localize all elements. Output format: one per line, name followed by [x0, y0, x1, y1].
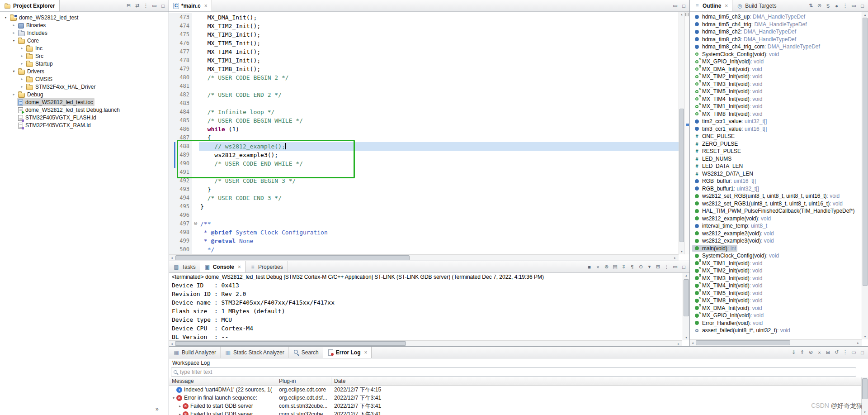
outline-item[interactable]: hdma_tim5_ch4_trig : DMA_HandleTypeDef — [690, 21, 862, 29]
outline-item[interactable]: hdma_tim5_ch3_up : DMA_HandleTypeDef — [690, 13, 862, 21]
expand-arrow-icon[interactable]: ▸ — [177, 412, 183, 415]
outline-item[interactable]: #ONE_PULSE — [690, 133, 862, 140]
log-row[interactable]: ▾×Error in final launch sequence:org.ecl… — [169, 394, 861, 402]
tree-item-inc[interactable]: ▸Inc — [0, 44, 169, 52]
scrollbar-thumb[interactable] — [684, 279, 689, 316]
hide-static-members-icon[interactable]: S — [824, 2, 832, 10]
line-number[interactable]: 496 — [175, 211, 192, 219]
tree-item-includes[interactable]: ▸Includes — [0, 29, 169, 37]
outline-item[interactable]: ws2812_example(void) : void — [690, 215, 862, 223]
outline-item[interactable]: SMX_DMA_Init(void) : void — [690, 66, 862, 73]
outline-item[interactable]: assert_failed(uint8_t*, uint32_t) : void — [690, 327, 862, 334]
line-number[interactable]: 484 — [175, 108, 192, 116]
outline-item[interactable]: SystemClock_Config(void) : void — [690, 51, 862, 58]
tab-outline[interactable]: ≡Outline× — [690, 0, 732, 11]
outline-item[interactable]: SMX_GPIO_Init(void) : void — [690, 312, 862, 320]
outline-item[interactable]: SMX_TIM8_Init(void) : void — [690, 110, 862, 118]
scroll-left-icon[interactable]: ◂ — [169, 255, 175, 261]
tab-main-c[interactable]: C *main.c × — [169, 0, 212, 11]
collapse-arrow-icon[interactable]: ▾ — [171, 396, 176, 400]
display-selected-console-icon[interactable]: ▾ — [646, 263, 653, 271]
tab-project-explorer[interactable]: Project Explorer — [0, 0, 60, 11]
outline-item[interactable]: ws2812_example3(void) : void — [690, 237, 862, 245]
expand-arrow-icon[interactable]: ▸ — [11, 31, 17, 35]
close-icon[interactable]: × — [364, 349, 367, 356]
outline-item[interactable]: hdma_tim8_ch3 : DMA_HandleTypeDef — [690, 36, 862, 43]
outline-item[interactable]: Error_Handler(void) : void — [690, 320, 862, 327]
outline-item[interactable]: hdma_tim8_ch4_trig_com : DMA_HandleTypeD… — [690, 43, 862, 51]
code-text[interactable]: ws2812_example3(); — [199, 151, 679, 159]
outline-item[interactable]: SMX_TIM8_Init(void) : void — [690, 297, 862, 305]
tree-item-dome-ws2812-led-test-ioc[interactable]: dome_WS2812_led_test.ioc — [0, 98, 169, 106]
open-console-icon[interactable]: ⊞ — [654, 263, 662, 271]
log-filter-input[interactable] — [180, 369, 856, 375]
code-text[interactable]: /* USER CODE BEGIN 2 */ — [199, 73, 679, 82]
outline-item[interactable]: #ZERO_PULSE — [690, 140, 862, 148]
expand-arrow-icon[interactable]: ▸ — [19, 62, 25, 66]
line-number[interactable]: 480 — [175, 73, 192, 82]
pin-console-icon[interactable]: ⊙ — [637, 263, 645, 271]
open-log-icon[interactable]: ⊞ — [824, 348, 832, 356]
clear-console-icon[interactable]: ▤ — [611, 263, 619, 271]
line-number[interactable]: 487 — [175, 134, 192, 142]
outline-item[interactable]: main(void) : int — [690, 245, 862, 253]
line-number[interactable]: 483 — [175, 99, 192, 108]
line-number[interactable]: 493 — [175, 185, 192, 194]
expand-arrow-icon[interactable]: ▸ — [19, 54, 25, 58]
code-text[interactable] — [199, 82, 679, 91]
line-number[interactable]: 498 — [175, 228, 192, 237]
scroll-down-icon[interactable]: ▾ — [862, 410, 868, 415]
scroll-up-icon[interactable]: ▴ — [683, 273, 689, 278]
expand-arrow-icon[interactable]: ▸ — [11, 23, 17, 27]
outline-item[interactable]: SMX_TIM2_Init(void) : void — [690, 267, 862, 275]
maximize-icon[interactable]: □ — [680, 2, 688, 10]
remove-launch-icon[interactable]: × — [594, 263, 602, 271]
line-number[interactable]: 476 — [175, 39, 192, 48]
sort-icon[interactable]: ⇅ — [807, 2, 815, 10]
code-text[interactable]: /* USER CODE END 3 */ — [199, 194, 679, 202]
tree-item-binaries[interactable]: ▸Binaries — [0, 21, 169, 29]
outline-item[interactable]: SMX_TIM1_Init(void) : void — [690, 260, 862, 267]
editor-vertical-scrollbar[interactable]: ▴ ▾ — [679, 12, 684, 254]
code-text[interactable]: } — [199, 185, 679, 194]
outline-item[interactable]: tim2_ccr1_value : uint32_t[] — [690, 118, 862, 125]
scrollbar-thumb[interactable] — [679, 109, 684, 242]
code-text[interactable]: while (1) — [199, 125, 679, 134]
tree-item-cmsis[interactable]: ▸CMSIS — [0, 75, 169, 83]
maximize-icon[interactable]: □ — [680, 263, 688, 271]
tree-item-startup[interactable]: ▸Startup — [0, 60, 169, 67]
outline-item[interactable]: SMX_TIM1_Init(void) : void — [690, 103, 862, 110]
tree-item-stm32f4xx-hal-driver[interactable]: ▸STM32F4xx_HAL_Driver — [0, 83, 169, 91]
fold-collapse-icon[interactable]: ⊖ — [192, 219, 199, 228]
line-number[interactable]: 473 — [175, 13, 192, 22]
scroll-up-icon[interactable]: ▴ — [862, 12, 868, 18]
line-number[interactable]: 475 — [175, 30, 192, 39]
tree-item-debug[interactable]: ▸Debug — [0, 91, 169, 98]
collapse-arrow-icon[interactable]: ▾ — [11, 38, 17, 43]
outline-item[interactable]: SMX_TIM3_Init(void) : void — [690, 275, 862, 282]
code-text[interactable]: /* USER CODE BEGIN WHILE */ — [199, 116, 679, 125]
outline-item[interactable]: ws2812_example2(void) : void — [690, 230, 862, 238]
hide-fields-icon[interactable]: ⊘ — [816, 2, 823, 10]
tab-tasks[interactable]: ▤Tasks — [169, 261, 200, 272]
code-text[interactable] — [199, 168, 679, 176]
close-icon[interactable]: × — [204, 3, 208, 9]
scrollbar-thumb[interactable] — [175, 255, 410, 260]
outline-item[interactable]: SMX_DMA_Init(void) : void — [690, 305, 862, 312]
log-row[interactable]: ▸×Failed to start GDB servercom.st.stm32… — [169, 410, 861, 415]
code-text[interactable]: */ — [199, 245, 679, 254]
collapse-arrow-icon[interactable]: ▾ — [3, 15, 9, 19]
expand-arrow-icon[interactable]: ▸ — [11, 92, 17, 96]
scroll-right-icon[interactable]: ▸ — [676, 341, 681, 346]
code-text[interactable] — [199, 211, 679, 219]
tab-static-stack-analyzer[interactable]: ▥Static Stack Analyzer — [221, 347, 289, 358]
outline-item[interactable]: tim3_ccr1_value : uint16_t[] — [690, 125, 862, 133]
code-text[interactable]: // ws2812_example(); — [199, 142, 679, 151]
view-menu-icon[interactable]: ⋮ — [841, 348, 849, 356]
tree-item-core[interactable]: ▾Core — [0, 37, 169, 44]
line-number[interactable]: 495 — [175, 202, 192, 211]
outline-item[interactable]: HAL_TIM_PWM_PulseFinishedCallback(TIM_Ha… — [690, 207, 862, 215]
code-text[interactable]: * @brief System Clock Configuration — [199, 228, 679, 237]
tree-item-dome-ws2812-led-test[interactable]: ▾dome_WS2812_led_test — [0, 14, 169, 21]
scroll-down-icon[interactable]: ▾ — [862, 334, 868, 339]
